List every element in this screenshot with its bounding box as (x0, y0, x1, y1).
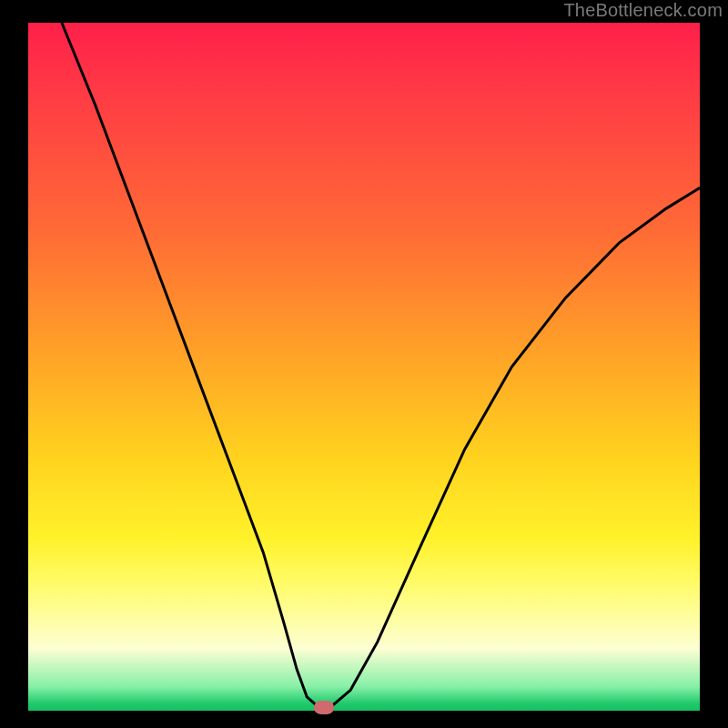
chart-container: TheBottleneck.com (0, 0, 728, 728)
bottleneck-curve-line (62, 23, 700, 707)
optimal-point-marker (314, 701, 334, 714)
attribution-watermark: TheBottleneck.com (563, 0, 723, 21)
plot-area (28, 23, 700, 711)
bottleneck-curve-svg (28, 23, 700, 711)
